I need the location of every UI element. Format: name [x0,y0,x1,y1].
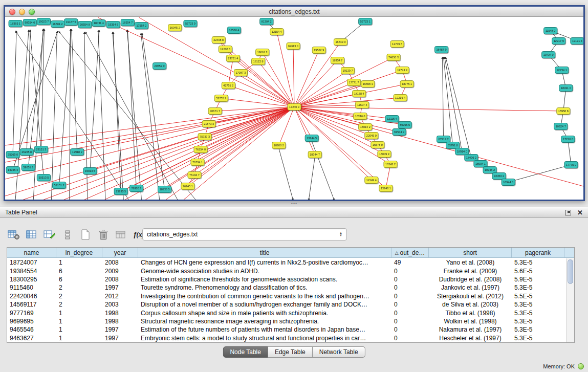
table-row[interactable]: 911546021997Tourette syndrome. Phenomeno… [7,283,566,292]
graph-node[interactable]: 55723 1 [359,18,372,25]
graph-node[interactable]: 19187 5 [64,19,78,26]
close-panel-icon[interactable]: ✕ [577,210,583,215]
graph-node[interactable]: 12749 8 [390,41,404,48]
graph-node[interactable]: 12116 4 [385,116,399,122]
graph-node[interactable]: 23751 4 [226,55,239,62]
graph-node[interactable]: 22045 0 [365,133,378,139]
graph-node[interactable]: 13216 4 [394,95,407,101]
graph-node[interactable]: 74850 3 [387,54,400,61]
float-panel-icon[interactable] [565,210,571,215]
graph-node[interactable]: 15958 8 [557,108,570,115]
graph-node[interactable]: 10924 7 [554,123,568,130]
table-row[interactable]: 2242004622012Investigating the contribut… [7,292,566,300]
graph-node[interactable]: 19023 7 [37,18,50,25]
graph-node[interactable]: 18031 4 [92,20,105,27]
graph-node[interactable]: 19734 9 [542,52,555,58]
graph-node[interactable]: 17210 0 [561,136,575,143]
graph-node[interactable]: 11548 0 [544,28,557,34]
graph-node[interactable]: 18904 1 [474,161,487,167]
network-table-selector[interactable]: citations_edges.txt ▲▼ [142,228,347,240]
graph-node[interactable]: 17554 2 [135,23,148,29]
tab-edge-table[interactable]: Edge Table [268,346,313,358]
column-header-out_de[interactable]: △out_de… [391,248,429,257]
show-columns-icon[interactable] [25,229,38,241]
column-header-name[interactable]: name [7,248,56,257]
graph-node[interactable]: 16868 3 [361,81,375,87]
scrollbar-thumb[interactable] [568,259,573,284]
graph-node[interactable]: 13343 1 [379,185,393,192]
panel-divider-handle[interactable]: ••• [290,202,299,206]
graph-node[interactable]: 63791 8 [446,142,460,149]
graph-node[interactable]: 18354 7 [331,57,344,64]
graph-node[interactable]: 16578 0 [371,142,384,148]
graph-node[interactable]: 18365 1 [9,20,22,27]
graph-node[interactable]: 19354 6 [106,21,120,28]
column-header-short[interactable]: short [429,248,512,257]
minimize-window-icon[interactable] [19,9,25,15]
table-row[interactable]: 1938455462009Genome-wide association stu… [7,267,566,275]
graph-node[interactable]: 18344 7 [308,151,321,158]
graph-node[interactable]: 11607 4 [356,102,369,108]
graph-node[interactable]: 16014 2 [359,124,372,130]
graph-node[interactable]: 18604 2 [51,21,64,28]
graph-node[interactable]: 19743 3 [396,67,409,74]
graph-node[interactable]: 16487 9 [434,47,448,53]
graph-node[interactable]: 16580 4 [227,27,241,34]
graph-node[interactable]: 18122 8 [252,58,265,65]
column-header-year[interactable]: year [102,248,138,257]
graph-node[interactable]: 67919 7 [437,136,450,143]
graph-node[interactable]: 69613 0 [287,43,300,50]
graph-node[interactable]: 91544 9 [393,129,406,136]
graph-node[interactable]: 81304 2 [260,18,273,25]
graph-node[interactable]: 20553 0 [153,63,166,70]
graph-node[interactable]: 50513 5 [37,174,50,181]
graph-node[interactable]: 12149 4 [365,177,378,184]
graph-node[interactable]: 98354 0 [23,19,36,26]
graph-node[interactable]: 92734 1 [555,67,569,74]
graph-node[interactable]: 76254 0 [194,146,207,153]
graph-node[interactable]: 15913 5 [83,168,97,174]
graph-node[interactable]: 76194 7 [188,172,201,179]
graph-node[interactable]: 16542 2 [384,161,397,168]
graph-node[interactable]: 18914 0 [455,148,469,155]
edit-table-icon[interactable] [43,229,56,241]
graph-node[interactable]: 42751 2 [222,82,235,89]
column-header-pagerank[interactable]: pagerank [512,248,564,257]
graph-node[interactable]: 26265 8 [20,149,33,156]
graph-node[interactable]: 18436 2 [465,155,478,161]
import-table-icon[interactable] [115,229,128,241]
graph-node[interactable]: 18431 0 [559,85,573,92]
graph-node[interactable]: 17771 7 [347,79,361,86]
window-titlebar[interactable]: citations_edges.txt [5,7,583,17]
graph-node[interactable]: 13144 5 [305,135,318,142]
graph-node[interactable]: 12217 9 [552,38,565,45]
graph-node[interactable]: 80965 5 [398,122,411,128]
citation-network-graph[interactable]: 19061 369613 019562 918354 719139 717771… [5,17,583,200]
graph-node[interactable]: 22408 8 [212,37,225,43]
graph-node[interactable]: 19139 7 [341,68,354,74]
graph-node[interactable]: 21873 3 [202,121,215,127]
graph-node[interactable]: 15049 3 [378,151,391,158]
graph-node[interactable]: 13935 3 [6,167,19,173]
tab-node-table[interactable]: Node Table [223,346,268,358]
network-canvas[interactable]: 19061 369613 019562 918354 719139 717771… [5,17,583,200]
table-row[interactable]: 1872400712008Changes of HCN gene express… [7,258,566,267]
graph-node[interactable]: 19562 9 [312,47,325,54]
graph-node[interactable]: 75737 3 [198,134,211,140]
graph-node[interactable]: 30671 7 [208,108,222,115]
delete-column-icon[interactable] [97,229,110,241]
graph-node[interactable]: 17087 3 [234,70,247,76]
graph-node[interactable]: 12208 8 [219,46,232,53]
graph-node[interactable]: 13918 2 [71,149,84,156]
graph-node[interactable]: 18236 5 [158,186,171,193]
graph-node[interactable]: 19191 4 [571,38,583,45]
graph-node[interactable]: 76305 3 [129,185,143,192]
row-options-icon[interactable] [61,229,74,241]
vertical-scrollbar[interactable] [566,258,574,342]
graph-node[interactable]: 19061 3 [256,49,269,56]
graph-node[interactable]: 18554 7 [121,19,134,26]
graph-node[interactable]: 52755 2 [214,95,228,102]
graph-node[interactable]: 16549 0 [334,39,347,46]
table-row[interactable]: 1830029562008Estimation of significance … [7,275,566,283]
table-row[interactable]: 1456911722003Disruption of a novel membe… [7,300,566,309]
